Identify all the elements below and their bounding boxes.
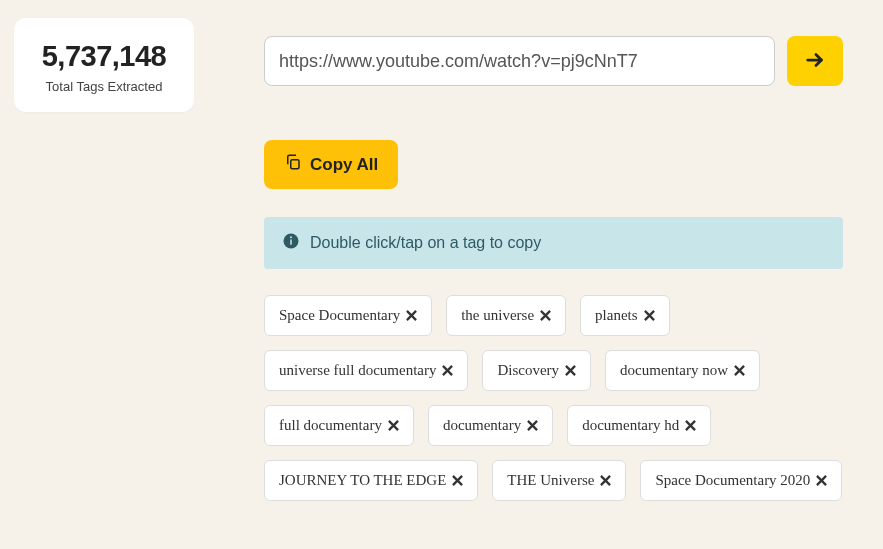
tag[interactable]: documentary hd — [567, 405, 711, 446]
tag-label: Space Documentary — [279, 307, 400, 324]
tag[interactable]: universe full documentary — [264, 350, 468, 391]
close-icon[interactable] — [540, 310, 551, 321]
tag[interactable]: Space Documentary — [264, 295, 432, 336]
copy-icon — [284, 153, 302, 176]
tag[interactable]: planets — [580, 295, 670, 336]
close-icon[interactable] — [442, 365, 453, 376]
close-icon[interactable] — [388, 420, 399, 431]
submit-button[interactable] — [787, 36, 843, 86]
info-text: Double click/tap on a tag to copy — [310, 234, 541, 252]
tag[interactable]: THE Universe — [492, 460, 626, 501]
stats-label: Total Tags Extracted — [28, 79, 180, 94]
tag[interactable]: JOURNEY TO THE EDGE — [264, 460, 478, 501]
tag-label: documentary hd — [582, 417, 679, 434]
svg-rect-1 — [291, 160, 299, 169]
tag-label: planets — [595, 307, 638, 324]
tag[interactable]: Discovery — [482, 350, 591, 391]
tag-label: Space Documentary 2020 — [655, 472, 810, 489]
info-icon — [282, 232, 300, 254]
tag-label: THE Universe — [507, 472, 594, 489]
close-icon[interactable] — [644, 310, 655, 321]
close-icon[interactable] — [600, 475, 611, 486]
tag[interactable]: documentary — [428, 405, 553, 446]
copy-all-label: Copy All — [310, 155, 378, 175]
tag-label: documentary now — [620, 362, 728, 379]
tag[interactable]: documentary now — [605, 350, 760, 391]
close-icon[interactable] — [816, 475, 827, 486]
tag-label: universe full documentary — [279, 362, 436, 379]
close-icon[interactable] — [565, 365, 576, 376]
stats-count: 5,737,148 — [28, 40, 180, 73]
close-icon[interactable] — [406, 310, 417, 321]
tag[interactable]: Space Documentary 2020 — [640, 460, 842, 501]
info-bar: Double click/tap on a tag to copy — [264, 217, 843, 269]
close-icon[interactable] — [685, 420, 696, 431]
close-icon[interactable] — [527, 420, 538, 431]
url-input[interactable] — [264, 36, 775, 86]
tag[interactable]: the universe — [446, 295, 566, 336]
stats-card: 5,737,148 Total Tags Extracted — [14, 18, 194, 112]
tag-label: the universe — [461, 307, 534, 324]
tags-area: Space Documentarythe universeplanetsuniv… — [264, 295, 843, 501]
arrow-right-icon — [804, 49, 826, 74]
svg-rect-3 — [290, 240, 292, 245]
tag-label: Discovery — [497, 362, 559, 379]
tag[interactable]: full documentary — [264, 405, 414, 446]
tag-label: documentary — [443, 417, 521, 434]
close-icon[interactable] — [452, 475, 463, 486]
close-icon[interactable] — [734, 365, 745, 376]
copy-all-button[interactable]: Copy All — [264, 140, 398, 189]
tag-label: full documentary — [279, 417, 382, 434]
svg-point-4 — [290, 236, 292, 238]
tag-label: JOURNEY TO THE EDGE — [279, 472, 446, 489]
